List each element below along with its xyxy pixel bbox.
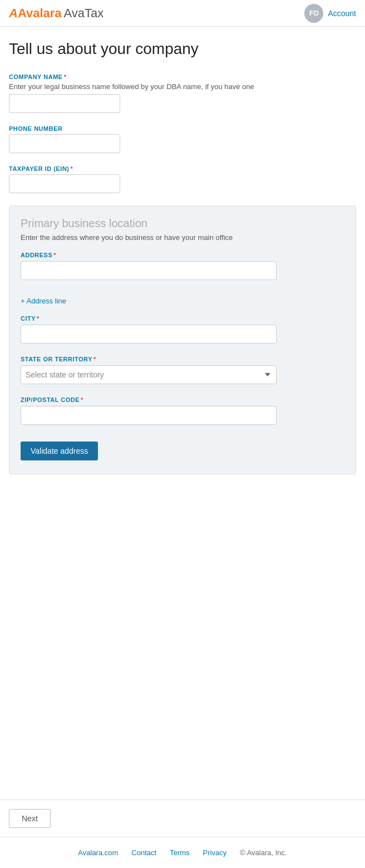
zip-group: ZIP/POSTAL CODE* [21, 396, 344, 425]
location-card: Primary business location Enter the addr… [9, 205, 356, 474]
logo-avalara-text: AAvalara [9, 6, 62, 21]
zip-label-text: ZIP/POSTAL CODE [21, 396, 80, 403]
add-address-line-link[interactable]: + Address line [21, 297, 66, 305]
zip-input[interactable] [21, 406, 277, 425]
address-label: ADDRESS* [21, 252, 344, 258]
footer: Avalara.com Contact Terms Privacy © Aval… [0, 837, 365, 868]
footer-link-privacy[interactable]: Privacy [203, 849, 227, 857]
validate-address-button[interactable]: Validate address [21, 442, 98, 460]
address-label-text: ADDRESS [21, 252, 52, 258]
taxpayer-id-label-text: TAXPAYER ID (EIN) [9, 165, 70, 172]
zip-required: * [81, 396, 83, 403]
city-group: CITY* [21, 315, 344, 344]
city-label: CITY* [21, 315, 344, 322]
header: AAvalara AvaTax FD Account [0, 0, 365, 27]
footer-link-contact[interactable]: Contact [131, 849, 156, 857]
account-area: FD Account [304, 4, 356, 23]
logo-brand-text: Avalara [18, 6, 62, 20]
footer-link-terms[interactable]: Terms [170, 849, 189, 857]
city-input[interactable] [21, 325, 277, 344]
location-card-title: Primary business location [21, 217, 344, 230]
phone-number-input[interactable] [9, 134, 120, 153]
taxpayer-id-input[interactable] [9, 174, 120, 193]
company-name-input[interactable] [9, 94, 120, 113]
state-required: * [93, 356, 96, 362]
company-name-group: COMPANY NAME* Enter your legal business … [9, 73, 356, 113]
state-label-text: STATE OR TERRITORY [21, 356, 92, 362]
logo: AAvalara AvaTax [9, 6, 103, 21]
phone-number-label: PHONE NUMBER [9, 125, 356, 132]
logo-a-italic: A [9, 6, 18, 20]
main-content: Tell us about your company COMPANY NAME*… [0, 27, 365, 800]
company-name-label: COMPANY NAME* [9, 73, 356, 80]
avatar: FD [304, 4, 323, 23]
logo-avatax-text: AvaTax [64, 6, 104, 21]
phone-number-group: PHONE NUMBER [9, 125, 356, 153]
city-label-text: CITY [21, 315, 36, 322]
account-link[interactable]: Account [328, 9, 356, 18]
taxpayer-id-label: TAXPAYER ID (EIN)* [9, 165, 356, 172]
taxpayer-id-required: * [71, 165, 73, 172]
company-name-required: * [64, 73, 67, 80]
state-select[interactable]: Select state or territoryAlabamaAlaskaAr… [21, 365, 277, 384]
address-required: * [53, 252, 56, 258]
state-label: STATE OR TERRITORY* [21, 356, 344, 362]
address-input[interactable] [21, 261, 277, 280]
state-group: STATE OR TERRITORY* Select state or terr… [21, 356, 344, 384]
company-name-label-text: COMPANY NAME [9, 73, 63, 80]
city-required: * [37, 315, 40, 322]
phone-number-label-text: PHONE NUMBER [9, 125, 62, 132]
next-button[interactable]: Next [9, 809, 51, 828]
next-bar: Next [0, 800, 365, 837]
footer-copyright: © Avalara, Inc. [240, 849, 287, 857]
zip-label: ZIP/POSTAL CODE* [21, 396, 344, 403]
address-group: ADDRESS* [21, 252, 344, 280]
company-name-hint: Enter your legal business name followed … [9, 82, 356, 91]
page-title: Tell us about your company [9, 40, 356, 58]
taxpayer-id-group: TAXPAYER ID (EIN)* [9, 165, 356, 193]
spacer [9, 488, 356, 710]
footer-link-avalara[interactable]: Avalara.com [78, 849, 118, 857]
location-card-hint: Enter the address where you do business … [21, 233, 344, 242]
